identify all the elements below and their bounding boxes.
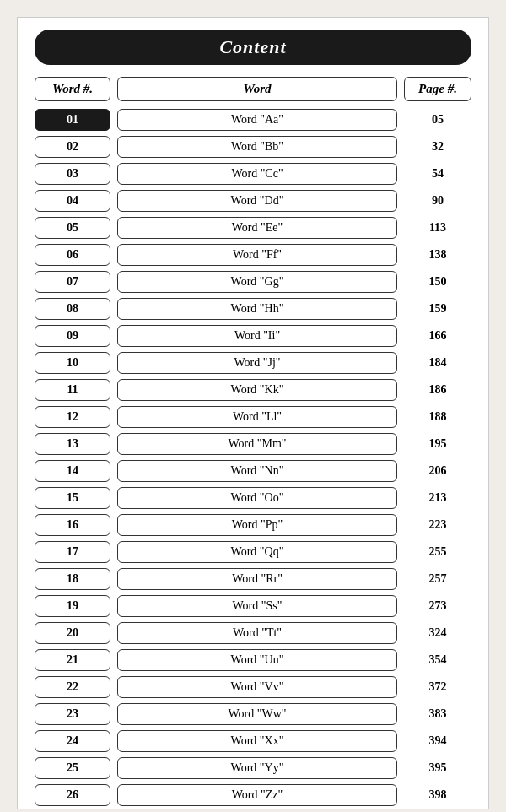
row-page: 54: [404, 167, 471, 181]
header-row: Word #. Word Page #.: [18, 73, 488, 105]
row-num: 03: [35, 163, 110, 185]
header-word: Word: [117, 77, 397, 101]
row-num: 04: [35, 190, 110, 212]
table-row[interactable]: 18Word "Rr"257: [18, 566, 488, 593]
row-word: Word "Oo": [117, 487, 397, 509]
row-page: 206: [404, 464, 471, 478]
row-word: Word "Zz": [117, 784, 397, 806]
table-row[interactable]: 06Word "Ff"138: [18, 241, 488, 268]
row-word: Word "Qq": [117, 541, 397, 563]
table-row[interactable]: 04Word "Dd"90: [18, 187, 488, 214]
row-word: Word "Cc": [117, 163, 397, 185]
row-num: 24: [35, 730, 110, 752]
row-page: 394: [404, 734, 471, 748]
row-page: 90: [404, 194, 471, 208]
table-row[interactable]: 03Word "Cc"54: [18, 160, 488, 187]
row-num: 23: [35, 703, 110, 725]
row-page: 395: [404, 761, 471, 775]
row-num: 17: [35, 541, 110, 563]
row-page: 188: [404, 410, 471, 424]
table-row[interactable]: 16Word "Pp"223: [18, 512, 488, 539]
table-row[interactable]: 22Word "Vv"372: [18, 674, 488, 701]
row-word: Word "Bb": [117, 136, 397, 158]
table-row[interactable]: 24Word "Xx"394: [18, 728, 488, 755]
row-page: 255: [404, 545, 471, 559]
table-row[interactable]: 08Word "Hh"159: [18, 295, 488, 322]
row-page: 138: [404, 248, 471, 262]
row-num: 26: [35, 784, 110, 806]
row-word: Word "Ii": [117, 325, 397, 347]
row-word: Word "Kk": [117, 379, 397, 401]
row-num: 10: [35, 352, 110, 374]
row-page: 32: [404, 140, 471, 154]
table-row[interactable]: 20Word "Tt"324: [18, 620, 488, 647]
row-num: 16: [35, 514, 110, 536]
table-row[interactable]: 01Word "Aa"05: [18, 106, 488, 133]
row-page: 150: [404, 275, 471, 289]
table-row[interactable]: 05Word "Ee"113: [18, 214, 488, 241]
table-row[interactable]: 17Word "Qq"255: [18, 539, 488, 566]
row-num: 25: [35, 757, 110, 779]
table-row[interactable]: 13Word "Mm"195: [18, 430, 488, 457]
row-num: 14: [35, 460, 110, 482]
row-num: 22: [35, 676, 110, 698]
table-row[interactable]: 11Word "Kk"186: [18, 376, 488, 403]
row-num: 15: [35, 487, 110, 509]
row-num: 13: [35, 433, 110, 455]
row-page: 159: [404, 302, 471, 316]
row-num: 02: [35, 136, 110, 158]
title-text: Content: [219, 36, 286, 57]
row-page: 273: [404, 599, 471, 613]
table-row[interactable]: 09Word "Ii"166: [18, 322, 488, 349]
table-row[interactable]: 26Word "Zz"398: [18, 782, 488, 809]
table-row[interactable]: 14Word "Nn"206: [18, 457, 488, 484]
row-num: 11: [35, 379, 110, 401]
row-word: Word "Xx": [117, 730, 397, 752]
row-word: Word "Rr": [117, 568, 397, 590]
row-word: Word "Jj": [117, 352, 397, 374]
row-page: 05: [404, 113, 471, 127]
row-word: Word "Ss": [117, 595, 397, 617]
table-body: 01Word "Aa"0502Word "Bb"3203Word "Cc"540…: [18, 106, 488, 809]
row-word: Word "Dd": [117, 190, 397, 212]
row-num: 01: [35, 109, 110, 131]
table-row[interactable]: 23Word "Ww"383: [18, 701, 488, 728]
table-row[interactable]: 02Word "Bb"32: [18, 133, 488, 160]
row-num: 08: [35, 298, 110, 320]
table-row[interactable]: 12Word "Ll"188: [18, 403, 488, 430]
table-row[interactable]: 21Word "Uu"354: [18, 647, 488, 674]
row-num: 20: [35, 622, 110, 644]
row-num: 06: [35, 244, 110, 266]
row-num: 19: [35, 595, 110, 617]
table-row[interactable]: 07Word "Gg"150: [18, 268, 488, 295]
table-row[interactable]: 19Word "Ss"273: [18, 593, 488, 620]
row-page: 372: [404, 680, 471, 694]
row-num: 21: [35, 649, 110, 671]
table-row[interactable]: 15Word "Oo"213: [18, 484, 488, 512]
row-page: 223: [404, 518, 471, 532]
row-page: 383: [404, 707, 471, 721]
row-num: 07: [35, 271, 110, 293]
title-bar: Content: [35, 30, 471, 65]
row-word: Word "Ee": [117, 217, 397, 239]
row-word: Word "Vv": [117, 676, 397, 698]
row-page: 186: [404, 383, 471, 397]
row-word: Word "Hh": [117, 298, 397, 320]
row-page: 195: [404, 437, 471, 451]
row-num: 09: [35, 325, 110, 347]
row-word: Word "Mm": [117, 433, 397, 455]
row-word: Word "Ww": [117, 703, 397, 725]
row-word: Word "Ll": [117, 406, 397, 428]
row-page: 354: [404, 653, 471, 667]
row-word: Word "Tt": [117, 622, 397, 644]
row-page: 398: [404, 788, 471, 802]
table-row[interactable]: 25Word "Yy"395: [18, 755, 488, 782]
table-row[interactable]: 10Word "Jj"184: [18, 349, 488, 376]
row-word: Word "Yy": [117, 757, 397, 779]
row-word: Word "Ff": [117, 244, 397, 266]
row-word: Word "Nn": [117, 460, 397, 482]
row-word: Word "Uu": [117, 649, 397, 671]
row-page: 213: [404, 491, 471, 505]
row-word: Word "Pp": [117, 514, 397, 536]
row-page: 257: [404, 572, 471, 586]
